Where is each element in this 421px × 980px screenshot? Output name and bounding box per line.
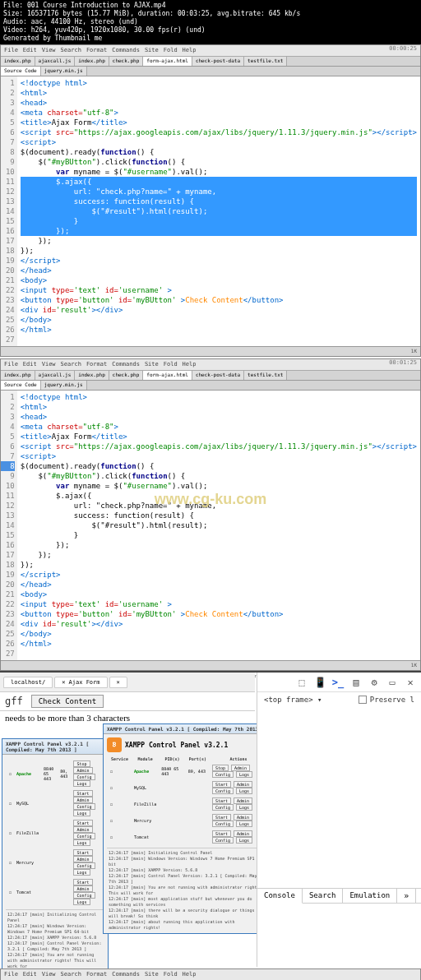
xampp-config-button[interactable]: Config xyxy=(73,892,95,899)
xampp-config-button[interactable]: Config xyxy=(73,833,95,839)
menu-search[interactable]: Search xyxy=(61,361,81,368)
xampp-start-button[interactable]: Start xyxy=(212,814,231,821)
menu-format[interactable]: Format xyxy=(86,971,107,978)
xampp-start-button[interactable]: Start xyxy=(73,790,92,797)
file-tab[interactable]: testfile.txt xyxy=(244,57,287,66)
menu-edit[interactable]: Edit xyxy=(23,361,37,368)
file-tab[interactable]: check.php xyxy=(109,371,144,380)
file-tab[interactable]: index.php xyxy=(1,57,35,66)
dock-icon[interactable]: ▭ xyxy=(386,677,398,688)
file-tab[interactable]: check-post-data xyxy=(192,371,244,380)
xampp-window-small[interactable]: XAMPP Control Panel v3.2.1 [ Compiled: M… xyxy=(2,738,109,980)
menubar[interactable]: FileEditViewSearchFormatCommandsSiteFold… xyxy=(1,359,420,371)
menu-file[interactable]: File xyxy=(4,971,18,978)
file-tab[interactable]: index.php xyxy=(75,371,109,380)
xampp-logs-button[interactable]: Logs xyxy=(236,804,252,811)
menu-site[interactable]: Site xyxy=(145,361,159,368)
file-tab[interactable]: index.php xyxy=(1,371,35,380)
xampp-config-button[interactable]: Config xyxy=(73,803,95,810)
xampp-logs-button[interactable]: Logs xyxy=(73,899,90,905)
console-icon[interactable]: >_ xyxy=(332,677,344,688)
xampp-logs-button[interactable]: Logs xyxy=(236,771,252,778)
xampp-config-button[interactable]: Config xyxy=(212,804,234,811)
menu-search[interactable]: Search xyxy=(61,47,81,54)
xampp-stop-button[interactable]: Stop xyxy=(212,765,229,771)
xampp-start-button[interactable]: Start xyxy=(73,849,92,856)
xampp-admin-button[interactable]: Admin xyxy=(234,781,252,788)
menu-file[interactable]: File xyxy=(4,361,18,368)
menu-help[interactable]: Help xyxy=(183,47,197,54)
menu-edit[interactable]: Edit xyxy=(23,971,37,978)
xampp-config-button[interactable]: Config xyxy=(73,774,95,780)
menu-site[interactable]: Site xyxy=(145,47,159,54)
xampp-logs-button[interactable]: Logs xyxy=(73,839,90,846)
xampp-start-button[interactable]: Start xyxy=(212,830,231,837)
file-tab[interactable]: form-ajax.html xyxy=(143,371,192,380)
menu-commands[interactable]: Commands xyxy=(112,971,140,978)
menu-commands[interactable]: Commands xyxy=(112,361,140,368)
file-tab[interactable]: index.php xyxy=(75,57,109,66)
menu-help[interactable]: Help xyxy=(183,971,197,978)
xampp-logs-button[interactable]: Logs xyxy=(236,837,252,844)
file-tab[interactable]: check.php xyxy=(109,57,144,66)
settings-gear-icon[interactable]: ⚙ xyxy=(368,677,380,688)
xampp-start-button[interactable]: Start xyxy=(212,781,231,788)
menu-view[interactable]: View xyxy=(42,361,56,368)
xampp-config-button[interactable]: Config xyxy=(212,771,234,778)
xampp-start-button[interactable]: Start xyxy=(73,820,92,826)
menu-site[interactable]: Site xyxy=(145,971,159,978)
xampp-logs-button[interactable]: Logs xyxy=(73,780,90,787)
xampp-stop-button[interactable]: Stop xyxy=(73,760,90,767)
xampp-admin-button[interactable]: Admin xyxy=(73,885,92,892)
tabbar[interactable]: index.phpajaxcall.jsindex.phpcheck.phpfo… xyxy=(1,371,420,381)
frame-selector[interactable]: <top frame> ▾ xyxy=(264,696,322,704)
xampp-admin-button[interactable]: Admin xyxy=(231,765,250,771)
xampp-admin-button[interactable]: Admin xyxy=(234,797,252,804)
file-tab[interactable]: ajaxcall.js xyxy=(35,371,76,380)
menubar[interactable]: FileEditViewSearchFormatCommandsSiteFold… xyxy=(1,969,420,980)
menu-fold[interactable]: Fold xyxy=(164,971,178,978)
menu-file[interactable]: File xyxy=(4,47,18,54)
xampp-admin-button[interactable]: Admin xyxy=(234,830,252,837)
drawer-icon[interactable]: ▤ xyxy=(350,677,362,688)
menu-fold[interactable]: Fold xyxy=(164,47,178,54)
preserve-log-checkbox[interactable] xyxy=(359,696,367,704)
xampp-log[interactable]: 12:24:17 [main] Initializing Control Pan… xyxy=(107,848,268,930)
tab-emulation[interactable]: Emulation xyxy=(343,889,397,903)
code-content[interactable]: <!doctype html><html><head><meta charset… xyxy=(17,76,420,346)
file-tab[interactable]: form-ajax.html xyxy=(143,57,192,66)
menu-search[interactable]: Search xyxy=(61,971,81,978)
xampp-config-button[interactable]: Config xyxy=(73,862,95,869)
xampp-logs-button[interactable]: Logs xyxy=(236,788,252,794)
file-tab[interactable]: check-post-data xyxy=(192,57,244,66)
menu-format[interactable]: Format xyxy=(86,361,107,368)
xampp-start-button[interactable]: Start xyxy=(212,797,231,804)
menu-format[interactable]: Format xyxy=(86,47,107,54)
tab-console[interactable]: Console xyxy=(257,889,303,904)
tabs-more-icon[interactable]: » xyxy=(397,889,416,903)
tab-search[interactable]: Search xyxy=(303,889,344,903)
menu-help[interactable]: Help xyxy=(183,361,197,368)
menu-view[interactable]: View xyxy=(42,47,56,54)
menu-view[interactable]: View xyxy=(42,971,56,978)
xampp-admin-button[interactable]: Admin xyxy=(234,814,252,821)
xampp-config-button[interactable]: Config xyxy=(212,821,234,827)
xampp-config-button[interactable]: Config xyxy=(212,837,234,844)
check-content-button[interactable]: Check Content xyxy=(31,695,104,708)
file-tab[interactable]: ajaxcall.js xyxy=(35,57,76,66)
xampp-admin-button[interactable]: Admin xyxy=(73,856,92,862)
xampp-admin-button[interactable]: Admin xyxy=(73,767,92,774)
inspect-icon[interactable]: ⬚ xyxy=(296,677,308,688)
xampp-admin-button[interactable]: Admin xyxy=(73,826,92,833)
tabbar[interactable]: index.phpajaxcall.jsindex.phpcheck.phpfo… xyxy=(1,57,420,67)
xampp-admin-button[interactable]: Admin xyxy=(73,797,92,803)
menubar[interactable]: FileEditViewSearchFormatCommandsSiteFold… xyxy=(1,45,420,57)
xampp-config-button[interactable]: Config xyxy=(212,788,234,794)
file-tab[interactable]: testfile.txt xyxy=(244,371,287,380)
xampp-logs-button[interactable]: Logs xyxy=(236,821,252,827)
browser-tabs[interactable]: localhost/ ✕ Ajax Form ✕ xyxy=(0,673,255,692)
menu-commands[interactable]: Commands xyxy=(112,47,140,54)
xampp-logs-button[interactable]: Logs xyxy=(73,869,90,876)
close-icon[interactable]: ✕ xyxy=(405,677,416,688)
xampp-logs-button[interactable]: Logs xyxy=(73,810,90,816)
